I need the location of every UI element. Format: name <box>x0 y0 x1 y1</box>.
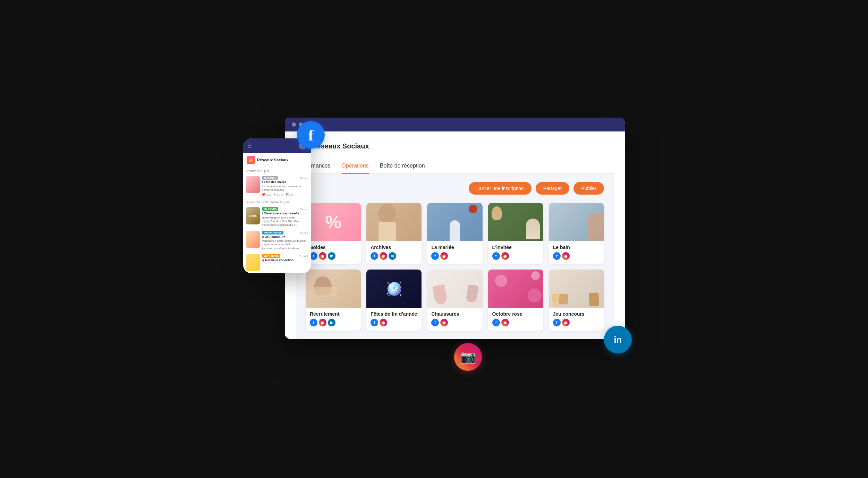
fb-icon: f <box>371 319 378 326</box>
card-body-bain: Le bain f ◉ <box>549 241 604 264</box>
instagram-icon: 📷 <box>460 350 476 364</box>
card-soldes[interactable]: % Soldes f ◉ in <box>306 203 361 264</box>
card-title-mariee: La mariée <box>431 245 478 250</box>
card-body-mariee: La mariée f ◉ <box>427 241 482 264</box>
social-icons-jeu: f ◉ <box>553 319 600 326</box>
post-image-1 <box>246 176 260 193</box>
card-img-chaussures <box>427 270 482 308</box>
card-title-invitee: L'invitée <box>492 245 539 250</box>
fb-icon: f <box>492 252 500 260</box>
btn-publier[interactable]: Publier <box>573 182 604 195</box>
phone-post-4: EN ATTENTE 01 août ◉ Nouvelle collection <box>243 252 311 273</box>
card-body-jeu: Jeu concours f ◉ <box>549 308 604 331</box>
ig-icon: ◉ <box>380 319 387 326</box>
post-title-4: ◉ Nouvelle collection <box>262 258 308 262</box>
social-icons-bain: f ◉ <box>553 252 600 260</box>
app-header: 👍 Réseaux Sociaux <box>296 140 614 152</box>
facebook-icon: f <box>308 128 314 143</box>
card-title-archives: Archives <box>371 245 417 250</box>
card-invitee[interactable]: L'invitée f ◉ <box>488 203 543 264</box>
ig-icon: ◉ <box>562 319 570 326</box>
card-title-recrutement: Recrutement <box>310 311 357 317</box>
svg-rect-1 <box>378 222 396 241</box>
card-fetes[interactable]: 🪩 Fêtes de fin d'année f ◉ <box>366 270 422 331</box>
cards-grid-row1: % Soldes f ◉ in <box>306 203 604 264</box>
phone-date-section: Vendredi 18 juin <box>243 167 311 174</box>
scene: f ☰ 👤 👍 Réseaux Sociaux Vendredi 18 juin… <box>243 118 625 360</box>
badge-en-cours: EN COURS <box>262 207 278 211</box>
post-image-3 <box>246 231 260 248</box>
card-body-octobre: Octobre rose f ◉ <box>488 308 543 331</box>
disco-icon: 🪩 <box>385 281 403 297</box>
card-img-fetes: 🪩 <box>366 270 422 308</box>
ig-icon: ◉ <box>501 252 509 260</box>
social-icons-invitee: f ◉ <box>492 252 539 260</box>
fb-icon: f <box>431 319 439 326</box>
card-title-fetes: Fêtes de fin d'année <box>371 311 417 317</box>
linkedin-icon: in <box>614 334 622 345</box>
badge-programmee: PROGRAMMÉE <box>262 231 283 234</box>
card-img-mariee <box>427 203 482 241</box>
facebook-badge: f <box>297 121 325 149</box>
browser-content: 👍 Réseaux Sociaux Performances Opération… <box>285 131 625 339</box>
card-img-archives <box>366 203 422 241</box>
card-bain[interactable]: Le bain f ◉ <box>549 203 604 264</box>
phone-mockup: ☰ 👤 👍 Réseaux Sociaux Vendredi 18 juin T… <box>243 138 311 273</box>
ig-icon: ◉ <box>562 252 570 260</box>
tabs-container: Performances Opérations Boîte de récepti… <box>296 159 614 174</box>
fb-icon: f <box>310 252 317 260</box>
post-title-1: 𝐟 Fête des mères <box>262 180 308 184</box>
linkedin-badge: in <box>604 326 632 353</box>
post-content-1: TERMINÉE 18 juin 𝐟 Fête des mères Le gui… <box>262 176 308 196</box>
card-chaussures[interactable]: Chaussures f ◉ <box>427 270 482 331</box>
social-icons-fetes: f ◉ <box>371 319 417 326</box>
card-img-recrutement <box>306 270 361 308</box>
badge-terminated: TERMINÉE <box>262 176 278 180</box>
card-mariee[interactable]: La mariée f ◉ <box>427 203 482 264</box>
post-content-4: EN ATTENTE 01 août ◉ Nouvelle collection <box>262 254 308 271</box>
phone-post-1: TERMINÉE 18 juin 𝐟 Fête des mères Le gui… <box>243 174 311 198</box>
card-body-recrutement: Recrutement f ◉ in <box>306 308 361 331</box>
li-icon: in <box>328 319 335 326</box>
browser-dot-1 <box>292 122 296 127</box>
browser-window: 👍 Réseaux Sociaux Performances Opération… <box>285 118 625 339</box>
tab-inbox[interactable]: Boîte de réception <box>380 159 425 173</box>
fb-icon: f <box>553 252 561 260</box>
phone-app-title: Réseaux Sociaux <box>257 158 289 162</box>
fb-icon: f <box>310 319 317 326</box>
post-content-3: PROGRAMMÉE 24 juin ◉ Jeu concours Partic… <box>262 231 308 250</box>
ig-icon: ◉ <box>501 319 509 326</box>
svg-point-0 <box>378 204 396 223</box>
fb-icon: f <box>371 252 378 260</box>
social-icons-archives: f ◉ in <box>371 252 417 260</box>
main-area: Lancer une inscription Partager Publier … <box>296 174 614 339</box>
social-icons-recrutement: f ◉ in <box>310 319 357 326</box>
card-jeu-concours[interactable]: Jeu concours f ◉ <box>549 270 604 331</box>
card-octobre-rose[interactable]: Octobre rose f ◉ <box>488 270 543 331</box>
ig-icon: ◉ <box>380 252 387 260</box>
card-recrutement[interactable]: Recrutement f ◉ in <box>306 270 361 331</box>
phone-app-logo: 👍 <box>247 156 255 164</box>
phone-date-today: Aujourd'hui · Dimanche 20 juin <box>243 198 311 205</box>
btn-partager[interactable]: Partager <box>536 182 570 195</box>
card-img-bain <box>549 203 604 241</box>
fb-icon: f <box>431 252 439 260</box>
card-body-archives: Archives f ◉ in <box>366 241 422 264</box>
social-icons-octobre: f ◉ <box>492 319 539 326</box>
btn-inscription[interactable]: Lancer une inscription <box>469 182 531 195</box>
percent-icon: % <box>325 212 341 232</box>
card-img-soldes: % <box>306 203 361 241</box>
fb-icon: f <box>492 319 500 326</box>
fb-icon: f <box>553 319 561 326</box>
phone-app-header: 👍 Réseaux Sociaux <box>243 153 311 167</box>
post-title-3: ◉ Jeu concours <box>262 235 308 239</box>
card-body-soldes: Soldes f ◉ in <box>306 241 361 264</box>
post-image-2: OPEN <box>246 207 260 224</box>
li-icon: in <box>328 252 335 260</box>
card-archives[interactable]: Archives f ◉ in <box>366 203 422 264</box>
cards-grid-row2: Recrutement f ◉ in 🪩 <box>306 270 604 331</box>
tab-operations[interactable]: Opérations <box>342 159 369 173</box>
action-bar: Lancer une inscription Partager Publier <box>306 182 604 195</box>
card-body-chaussures: Chaussures f ◉ <box>427 308 482 331</box>
card-img-octobre <box>488 270 543 308</box>
